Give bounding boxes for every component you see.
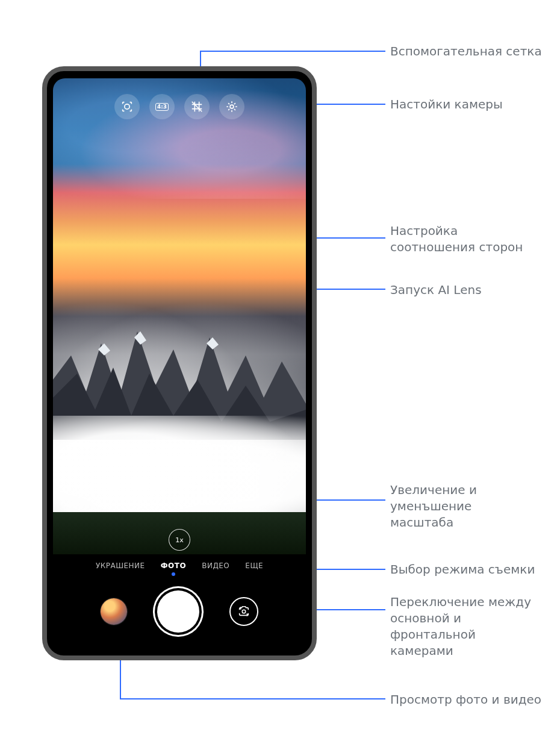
zoom-button[interactable]: 1x	[169, 529, 190, 551]
ai-lens-button[interactable]	[114, 94, 140, 119]
callout-ailens: Запуск AI Lens	[390, 282, 553, 298]
svg-point-18	[230, 105, 234, 108]
callout-switch: Переключение между основной и фронтально…	[390, 594, 553, 659]
top-toolbar: 4:3	[53, 94, 306, 119]
gear-icon	[225, 100, 238, 113]
bottom-bar: УКРАШЕНИЕ ФОТО ВИДЕО ЕЩЕ	[53, 554, 306, 648]
svg-point-16	[125, 104, 129, 109]
callout-grid: Вспомогательная сетка	[390, 43, 553, 60]
aspect-ratio-label: 4:3	[155, 103, 169, 111]
tablet-frame: 4:3 1x УКРАШЕНИЕ ФОТО	[42, 66, 317, 660]
ai-lens-icon	[120, 100, 134, 113]
zoom-label: 1x	[175, 536, 184, 544]
shutter-button[interactable]	[157, 590, 199, 633]
diagram-stage: Вспомогательная сетка Настойки камеры На…	[0, 0, 560, 729]
callout-settings: Настойки камеры	[390, 96, 553, 113]
mode-beauty[interactable]: УКРАШЕНИЕ	[96, 562, 145, 576]
gallery-thumbnail[interactable]	[101, 598, 127, 625]
callout-aspect: Настройка соотношения сторон	[390, 223, 553, 255]
camera-screen: 4:3 1x УКРАШЕНИЕ ФОТО	[53, 78, 306, 648]
shutter-controls	[53, 590, 306, 633]
mode-selector[interactable]: УКРАШЕНИЕ ФОТО ВИДЕО ЕЩЕ	[53, 562, 306, 576]
mode-video[interactable]: ВИДЕО	[202, 562, 229, 576]
aspect-ratio-button[interactable]: 4:3	[149, 94, 175, 119]
switch-camera-button[interactable]	[229, 597, 258, 626]
callout-mode: Выбор режима съемки	[390, 562, 553, 578]
mode-photo[interactable]: ФОТО	[161, 562, 187, 576]
callout-zoom: Увеличение и уменъшение масштаба	[390, 482, 553, 531]
callout-gallery: Просмотр фото и видео	[390, 692, 553, 708]
grid-button[interactable]	[184, 94, 210, 119]
svg-line-17	[192, 102, 202, 112]
mode-more[interactable]: ЕЩЕ	[245, 562, 263, 576]
viewfinder[interactable]: 4:3 1x	[53, 78, 306, 554]
grid-icon	[190, 100, 204, 113]
switch-camera-icon	[237, 605, 250, 618]
settings-button[interactable]	[219, 94, 244, 119]
